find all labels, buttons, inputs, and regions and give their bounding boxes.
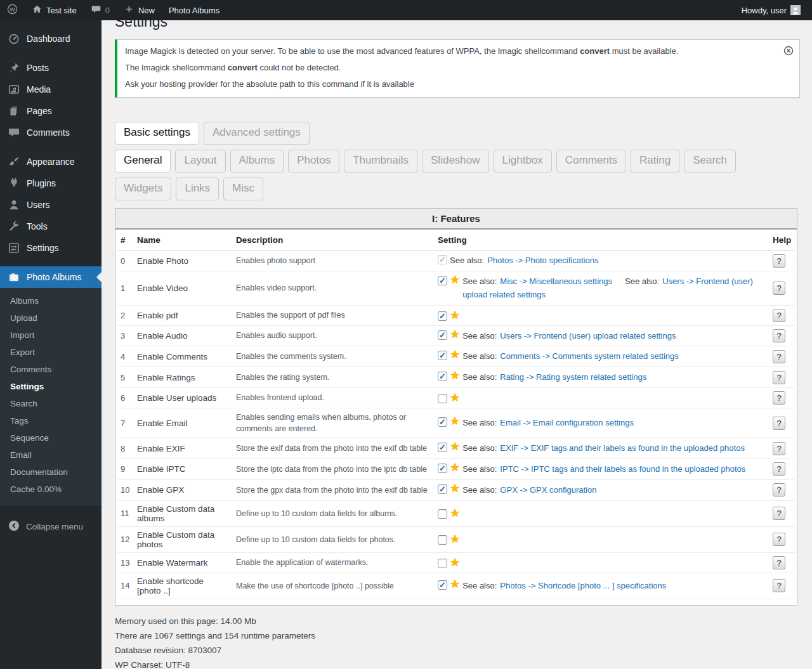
tab-misc[interactable]: Misc [223,178,263,200]
wordpress-logo-menu[interactable]: W [0,0,25,20]
new-menu[interactable]: New [117,0,162,20]
setting-checkbox[interactable] [438,394,447,403]
see-also-link[interactable]: EXIF -> EXIF tags and their labels as fo… [500,443,745,453]
submenu-item-search[interactable]: Search [0,395,102,412]
tab-lightbox[interactable]: Lightbox [494,150,552,172]
photo-albums-toolbar-item[interactable]: Photo Albums [162,0,226,20]
setting-checkbox[interactable] [438,509,447,519]
submenu-item-cache-0-00-[interactable]: Cache 0.00% [0,481,102,498]
help-button[interactable]: ? [773,371,785,384]
submenu-item-tags[interactable]: Tags [0,412,102,429]
submenu-item-email[interactable]: Email [0,446,102,464]
home-icon [32,4,43,16]
help-button[interactable]: ? [773,462,785,476]
sidebar-item-label: Photo Albums [27,272,81,282]
setting-checkbox[interactable] [438,417,447,427]
tab-advanced-settings[interactable]: Advanced settings [204,122,310,145]
comments-menu[interactable]: 0 [84,0,117,20]
see-also-link[interactable]: Rating -> Rating system related settings [500,372,646,382]
pages-icon [8,105,20,117]
tab-widgets[interactable]: Widgets [115,178,171,200]
sidebar-item-photo-albums[interactable]: Photo Albums [0,266,102,288]
sidebar-item-pages[interactable]: Pages [0,100,102,122]
setting-checkbox[interactable] [438,535,447,545]
setting-cell: ★ [435,552,769,573]
help-button[interactable]: ? [773,507,785,520]
help-cell: ? [769,459,795,480]
sidebar-item-appearance[interactable]: Appearance [0,151,102,172]
help-button[interactable]: ? [773,442,785,455]
tab-slideshow[interactable]: Slideshow [422,150,489,172]
submenu-item-albums[interactable]: Albums [0,292,102,309]
setting-checkbox[interactable] [438,464,447,473]
setting-name: Enable Video [134,271,233,306]
sidebar-item-dashboard[interactable]: Dashboard [0,28,102,49]
tab-basic-settings[interactable]: Basic settings [115,122,199,145]
see-also-link[interactable]: Photos -> Photo specifications [487,256,598,265]
sidebar-item-users[interactable]: Users [0,194,102,216]
setting-checkbox[interactable] [438,580,447,590]
site-name-menu[interactable]: Test site [25,0,84,20]
help-button[interactable]: ? [773,579,785,592]
help-button[interactable]: ? [773,417,785,430]
setting-checkbox[interactable] [438,311,447,321]
see-also-link[interactable]: Users -> Frontend (user) upload related … [500,331,676,341]
sidebar-item-posts[interactable]: Posts [0,57,102,79]
setting-checkbox[interactable] [438,255,447,264]
help-button[interactable]: ? [773,254,785,268]
submenu-item-export[interactable]: Export [0,344,102,361]
setting-checkbox[interactable] [438,351,447,360]
help-button[interactable]: ? [773,309,785,322]
tab-albums[interactable]: Albums [230,150,284,172]
submenu-item-comments[interactable]: Comments [0,361,102,378]
submenu-item-settings[interactable]: Settings [0,378,102,395]
tab-search[interactable]: Search [684,150,736,172]
see-also-link[interactable]: Comments -> Comments system related sett… [500,351,678,361]
help-button[interactable]: ? [773,391,785,405]
see-also-link[interactable]: Misc -> Miscellaneous settings [500,276,612,286]
setting-controls: ★See also:Comments -> Comments system re… [438,349,766,363]
table-scroll-area[interactable]: #NameDescriptionSettingHelp 0Enable Phot… [115,230,797,604]
setting-cell: ★See also:GPX -> GPX configuration [435,479,769,500]
tab-rating[interactable]: Rating [631,150,679,172]
see-also-link[interactable]: Email -> Email configuration settings [500,418,634,427]
setting-description: Enables the support of pdf files [233,305,435,325]
see-also-list: See also:Photos -> Shortcode [photo ... … [462,579,766,593]
see-also-list [462,557,766,558]
setting-checkbox[interactable] [438,372,447,381]
submenu-item-upload[interactable]: Upload [0,309,102,327]
tab-comments[interactable]: Comments [556,150,626,172]
see-also-link[interactable]: GPX -> GPX configuration [500,485,596,495]
tab-general[interactable]: General [115,150,171,172]
table-row: 5Enable RatingsEnables the rating system… [117,367,795,388]
submenu-item-import[interactable]: Import [0,327,102,344]
help-button[interactable]: ? [773,282,785,295]
dismiss-notice-icon[interactable] [783,45,794,56]
setting-checkbox[interactable] [438,484,447,494]
sidebar-item-label: Comments [27,127,70,138]
tab-layout[interactable]: Layout [175,150,225,172]
sidebar-item-plugins[interactable]: Plugins [0,172,102,194]
setting-checkbox[interactable] [438,443,447,452]
submenu-item-sequence[interactable]: Sequence [0,429,102,446]
sidebar-item-settings[interactable]: Settings [0,237,102,259]
setting-checkbox[interactable] [438,276,447,285]
see-also-link[interactable]: IPTC -> IPTC tags and their labels as fo… [500,464,745,474]
submenu-item-documentation[interactable]: Documentation [0,464,102,481]
collapse-menu-button[interactable]: Collapse menu [0,513,102,540]
tab-links[interactable]: Links [176,178,219,200]
help-button[interactable]: ? [773,329,785,342]
help-button[interactable]: ? [773,533,785,546]
setting-checkbox[interactable] [438,559,447,568]
tab-photos[interactable]: Photos [288,150,339,172]
help-button[interactable]: ? [773,483,785,497]
help-button[interactable]: ? [773,350,785,363]
help-button[interactable]: ? [773,556,785,569]
see-also-link[interactable]: Photos -> Shortcode [photo ... ] specifi… [500,581,666,590]
howdy-menu[interactable]: Howdy, user [735,0,803,20]
tab-thumbnails[interactable]: Thumbnails [344,150,417,172]
sidebar-item-tools[interactable]: Tools [0,216,102,237]
setting-checkbox[interactable] [438,330,447,340]
sidebar-item-media[interactable]: Media [0,79,102,100]
sidebar-item-comments[interactable]: Comments [0,122,102,143]
